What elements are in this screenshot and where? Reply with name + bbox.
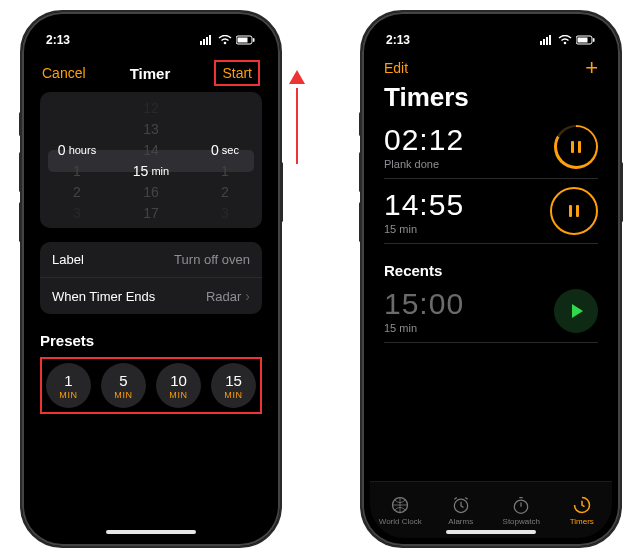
svg-rect-15 <box>593 38 595 42</box>
wifi-icon <box>218 35 232 45</box>
divider <box>384 342 598 343</box>
phone-right: 2:13 Edit + Timers 02:12 Plank done 14: <box>360 10 622 548</box>
power-button <box>280 162 283 222</box>
divider <box>384 178 598 179</box>
svg-rect-1 <box>203 39 205 45</box>
presets-section: Presets 1MIN 5MIN 10MIN 15MIN <box>40 332 262 414</box>
annotation-arrow <box>288 70 305 84</box>
notch <box>443 20 539 42</box>
presets-grid: 1MIN 5MIN 10MIN 15MIN <box>40 357 262 414</box>
active-timer-row[interactable]: 02:12 Plank done <box>370 117 612 176</box>
cancel-button[interactable]: Cancel <box>42 65 86 81</box>
pause-button[interactable] <box>550 187 598 235</box>
svg-rect-8 <box>540 41 542 45</box>
alarm-icon <box>451 495 471 515</box>
battery-icon <box>576 35 596 45</box>
edit-button[interactable]: Edit <box>384 60 408 76</box>
stopwatch-icon <box>511 495 531 515</box>
tab-timers[interactable]: Timers <box>552 482 613 538</box>
timer-time: 02:12 <box>384 123 464 157</box>
picker-minutes-column[interactable]: 12 13 14 15min 16 17 18 <box>114 98 188 222</box>
nav-bar: Cancel Timer Start <box>30 54 272 92</box>
timer-label: 15 min <box>384 223 464 235</box>
wifi-icon <box>558 35 572 45</box>
pause-icon <box>569 205 579 217</box>
timer-label: Plank done <box>384 158 464 170</box>
status-time: 2:13 <box>386 33 410 47</box>
svg-rect-2 <box>206 37 208 45</box>
label-value: Turn off oven <box>174 252 250 267</box>
duration-picker[interactable]: 0hours 1 2 3 12 13 14 15min 16 17 18 0se… <box>40 92 262 228</box>
chevron-right-icon: › <box>245 288 250 304</box>
side-button <box>19 112 22 136</box>
timer-time: 15:00 <box>384 287 464 321</box>
volume-up <box>359 152 362 192</box>
when-timer-ends-row[interactable]: When Timer Ends Radar› <box>40 277 262 314</box>
preset-1min-button[interactable]: 1MIN <box>46 363 91 408</box>
svg-rect-0 <box>200 41 202 45</box>
label-key: Label <box>52 252 84 267</box>
ends-key: When Timer Ends <box>52 289 155 304</box>
picker-hours-column[interactable]: 0hours 1 2 3 <box>40 98 114 222</box>
ends-value: Radar <box>206 289 241 304</box>
signal-icon <box>200 35 214 45</box>
preset-15min-button[interactable]: 15MIN <box>211 363 256 408</box>
timer-icon <box>572 495 592 515</box>
svg-rect-9 <box>543 39 545 45</box>
preset-10min-button[interactable]: 10MIN <box>156 363 201 408</box>
start-button[interactable] <box>554 289 598 333</box>
recents-title: Recents <box>370 246 612 281</box>
svg-rect-7 <box>253 38 255 42</box>
picker-seconds-column[interactable]: 0sec 1 2 3 <box>188 98 262 222</box>
signal-icon <box>540 35 554 45</box>
divider <box>384 243 598 244</box>
home-indicator[interactable] <box>446 530 536 534</box>
home-indicator[interactable] <box>106 530 196 534</box>
svg-point-4 <box>224 42 227 45</box>
volume-up <box>19 152 22 192</box>
svg-rect-6 <box>238 38 248 43</box>
timer-time: 14:55 <box>384 188 464 222</box>
pause-icon <box>571 141 581 153</box>
timer-label: 15 min <box>384 322 464 334</box>
add-button[interactable]: + <box>585 55 598 81</box>
svg-rect-10 <box>546 37 548 45</box>
pause-button[interactable] <box>554 125 598 169</box>
svg-point-12 <box>564 42 567 45</box>
power-button <box>620 162 623 222</box>
nav-bar: Edit + <box>370 54 612 82</box>
svg-rect-11 <box>549 35 551 45</box>
globe-icon <box>390 495 410 515</box>
tab-world-clock[interactable]: World Clock <box>370 482 431 538</box>
svg-rect-14 <box>578 38 588 43</box>
start-button[interactable]: Start <box>214 60 260 86</box>
svg-rect-3 <box>209 35 211 45</box>
play-icon <box>572 304 583 318</box>
side-button <box>359 112 362 136</box>
recent-timer-row[interactable]: 15:00 15 min <box>370 281 612 340</box>
status-time: 2:13 <box>46 33 70 47</box>
active-timer-row[interactable]: 14:55 15 min <box>370 181 612 241</box>
notch <box>103 20 199 42</box>
volume-down <box>359 202 362 242</box>
timer-settings-group: Label Turn off oven When Timer Ends Rada… <box>40 242 262 314</box>
presets-title: Presets <box>40 332 262 349</box>
label-row[interactable]: Label Turn off oven <box>40 242 262 277</box>
volume-down <box>19 202 22 242</box>
preset-5min-button[interactable]: 5MIN <box>101 363 146 408</box>
phone-left: 2:13 Cancel Timer Start 0hours 1 2 3 <box>20 10 282 548</box>
battery-icon <box>236 35 256 45</box>
page-title: Timer <box>130 65 171 82</box>
page-title: Timers <box>370 82 612 117</box>
